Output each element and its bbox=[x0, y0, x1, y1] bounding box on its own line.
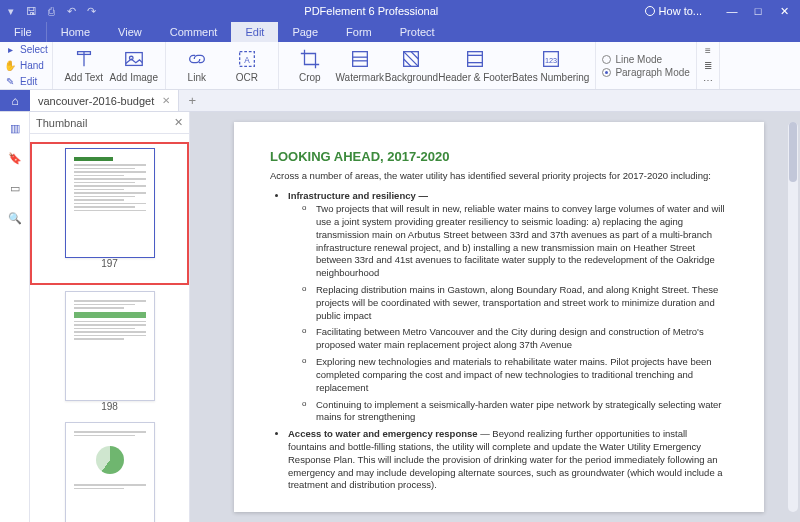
document-tab[interactable]: vancouver-2016-budget ✕ bbox=[30, 90, 179, 111]
link-group: Link A OCR bbox=[166, 42, 279, 89]
close-button[interactable]: ✕ bbox=[772, 1, 796, 21]
menu-file[interactable]: File bbox=[0, 22, 47, 42]
side-rail: ▥ 🔖 ▭ 🔍 bbox=[0, 112, 30, 522]
menu-comment[interactable]: Comment bbox=[156, 22, 232, 42]
menu-edit[interactable]: Edit bbox=[231, 22, 278, 42]
save-icon[interactable]: 🖫 bbox=[24, 4, 38, 18]
thumbnail-panel: Thumbnail ✕ 197 198 bbox=[30, 112, 190, 522]
sub-bullet: Exploring new technologies and materials… bbox=[302, 356, 728, 394]
redo-icon[interactable]: ↷ bbox=[84, 4, 98, 18]
scrollbar[interactable] bbox=[788, 122, 798, 512]
bookmarks-rail-icon[interactable]: 🔖 bbox=[7, 150, 23, 166]
insert-group: Add Text Add Image bbox=[53, 42, 166, 89]
mode-group: Line Mode Paragraph Mode bbox=[596, 42, 697, 89]
thumbnail-item[interactable]: 198 bbox=[30, 291, 189, 412]
bullet-1: Infrastructure and resiliency — Two proj… bbox=[288, 190, 728, 424]
scroll-thumb[interactable] bbox=[789, 122, 797, 182]
ocr-button[interactable]: A OCR bbox=[222, 44, 272, 87]
svg-text:123: 123 bbox=[545, 56, 557, 65]
watermark-button[interactable]: Watermark bbox=[335, 44, 385, 87]
sub-bullet: Two projects that will result in new, re… bbox=[302, 203, 728, 280]
thumbnail-header: Thumbnail ✕ bbox=[30, 112, 189, 134]
maximize-button[interactable]: □ bbox=[746, 1, 770, 21]
bates-icon: 123 bbox=[540, 48, 562, 70]
header-footer-icon bbox=[464, 48, 486, 70]
page-content: LOOKING AHEAD, 2017-2020 Across a number… bbox=[234, 122, 764, 512]
close-tab-icon[interactable]: ✕ bbox=[162, 95, 170, 106]
link-icon bbox=[186, 48, 208, 70]
header-footer-button[interactable]: Header & Footer bbox=[438, 44, 512, 87]
page-number: 197 bbox=[101, 258, 118, 269]
edit-mode[interactable]: ✎Edit bbox=[4, 75, 48, 87]
watermark-icon bbox=[349, 48, 371, 70]
title-bar: ▾ 🖫 ⎙ ↶ ↷ PDFelement 6 Professional How … bbox=[0, 0, 800, 22]
svg-text:A: A bbox=[244, 56, 250, 65]
quick-access: ▾ 🖫 ⎙ ↶ ↷ bbox=[4, 4, 98, 18]
undo-icon[interactable]: ↶ bbox=[64, 4, 78, 18]
menu-page[interactable]: Page bbox=[278, 22, 332, 42]
thumbnails-rail-icon[interactable]: ▥ bbox=[7, 120, 23, 136]
add-tab-button[interactable]: + bbox=[179, 90, 205, 111]
text-icon bbox=[73, 48, 95, 70]
home-tab[interactable]: ⌂ bbox=[0, 90, 30, 111]
print-icon[interactable]: ⎙ bbox=[44, 4, 58, 18]
menu-home[interactable]: Home bbox=[47, 22, 104, 42]
crop-icon bbox=[299, 48, 321, 70]
page-number: 198 bbox=[101, 401, 118, 412]
link-button[interactable]: Link bbox=[172, 44, 222, 87]
add-text-button[interactable]: Add Text bbox=[59, 44, 109, 87]
tab-label: vancouver-2016-budget bbox=[38, 95, 154, 107]
sub-bullet: Continuing to implement a seismically-ha… bbox=[302, 399, 728, 425]
align-2-icon[interactable]: ≣ bbox=[701, 60, 715, 72]
intro-text: Across a number of areas, the water util… bbox=[270, 170, 728, 183]
paragraph-mode-radio[interactable]: Paragraph Mode bbox=[602, 67, 690, 78]
select-mode[interactable]: ▸Select bbox=[4, 44, 48, 56]
thumbnail-item[interactable]: 199 bbox=[30, 422, 189, 522]
sub-bullet: Facilitating between Metro Vancouver and… bbox=[302, 326, 728, 352]
menu-view[interactable]: View bbox=[104, 22, 156, 42]
thumbnail-title: Thumbnail bbox=[36, 117, 87, 129]
background-button[interactable]: Background bbox=[385, 44, 438, 87]
page-preview bbox=[65, 291, 155, 401]
line-mode-radio[interactable]: Line Mode bbox=[602, 54, 690, 65]
attachments-rail-icon[interactable]: ▭ bbox=[7, 180, 23, 196]
cursor-group: ▸Select ✋Hand ✎Edit bbox=[0, 42, 53, 89]
svg-rect-2 bbox=[126, 53, 143, 66]
align-group: ≡ ≣ ⋯ bbox=[697, 42, 720, 89]
page-preview bbox=[65, 422, 155, 522]
image-icon bbox=[123, 48, 145, 70]
background-icon bbox=[400, 48, 422, 70]
bates-button[interactable]: 123 Bates Numbering bbox=[512, 44, 589, 87]
crop-button[interactable]: Crop bbox=[285, 44, 335, 87]
minimize-button[interactable]: — bbox=[720, 1, 744, 21]
main-area: ▥ 🔖 ▭ 🔍 Thumbnail ✕ 197 bbox=[0, 112, 800, 522]
hand-mode[interactable]: ✋Hand bbox=[4, 59, 48, 71]
highlight-box: 197 bbox=[30, 142, 189, 285]
menu-form[interactable]: Form bbox=[332, 22, 386, 42]
page-preview bbox=[65, 148, 155, 258]
svg-rect-10 bbox=[468, 52, 483, 67]
menu-bar: File Home View Comment Edit Page Form Pr… bbox=[0, 22, 800, 42]
svg-rect-6 bbox=[352, 52, 367, 67]
document-view[interactable]: LOOKING AHEAD, 2017-2020 Across a number… bbox=[190, 112, 800, 522]
app-title: PDFelement 6 Professional bbox=[304, 5, 438, 17]
app-menu-icon[interactable]: ▾ bbox=[4, 4, 18, 18]
howto-link[interactable]: How to... bbox=[645, 5, 702, 17]
thumbnail-list: 197 198 199 bbox=[30, 134, 189, 522]
home-icon: ⌂ bbox=[11, 94, 18, 108]
align-3-icon[interactable]: ⋯ bbox=[701, 75, 715, 87]
thumbnail-item[interactable]: 197 bbox=[36, 148, 183, 269]
close-panel-icon[interactable]: ✕ bbox=[174, 116, 183, 129]
align-1-icon[interactable]: ≡ bbox=[701, 45, 715, 57]
add-image-button[interactable]: Add Image bbox=[109, 44, 159, 87]
page-edit-group: Crop Watermark Background Header & Foote… bbox=[279, 42, 597, 89]
radio-icon bbox=[602, 55, 611, 64]
ocr-icon: A bbox=[236, 48, 258, 70]
radio-icon bbox=[602, 68, 611, 77]
search-rail-icon[interactable]: 🔍 bbox=[7, 210, 23, 226]
sub-bullet: Replacing distribution mains in Gastown,… bbox=[302, 284, 728, 322]
menu-protect[interactable]: Protect bbox=[386, 22, 449, 42]
location-icon bbox=[645, 6, 655, 16]
bullet-2: Access to water and emergency response —… bbox=[288, 428, 728, 492]
ribbon: ▸Select ✋Hand ✎Edit Add Text Add Image L… bbox=[0, 42, 800, 90]
